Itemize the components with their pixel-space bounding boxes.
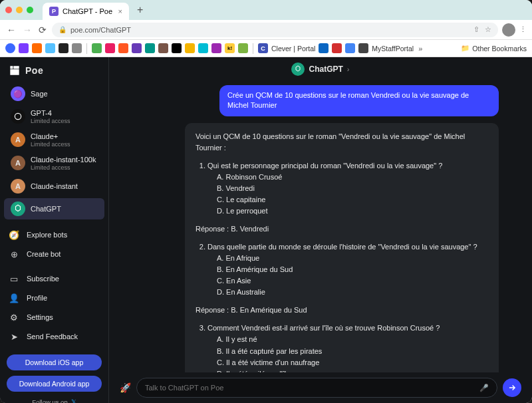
mystaff-icon[interactable]: [358, 43, 368, 53]
chat-scroll[interactable]: Crée un QCM de 10 questions sur le roman…: [109, 81, 532, 372]
ext-icon[interactable]: [19, 43, 29, 53]
sidebar: Poe 🟣 Sage GPT-4 Limited access A Claude…: [0, 57, 109, 403]
question-text: Comment Vendredi est-il arrivé sur l'île…: [207, 324, 440, 332]
follow-row: Follow us on 𝕏: [0, 394, 108, 403]
forward-button[interactable]: →: [21, 25, 33, 35]
address-bar[interactable]: 🔒 poe.com/ChatGPT ⇧ ☆: [52, 23, 498, 37]
ext-icon[interactable]: [319, 43, 329, 53]
bot-avatar: A: [11, 156, 25, 170]
download-ios-button[interactable]: Download iOS app: [7, 354, 102, 370]
ext-icon[interactable]: [105, 43, 115, 53]
ext-icon[interactable]: [92, 43, 102, 53]
ext-icon[interactable]: [185, 43, 195, 53]
sidebar-feedback[interactable]: ➤Send Feedback: [0, 327, 108, 346]
bookmark-mystaff[interactable]: MyStaffPortal: [372, 45, 414, 53]
tab-close-icon[interactable]: ×: [118, 7, 122, 15]
back-button[interactable]: ←: [5, 25, 17, 35]
chat-input[interactable]: 🎤: [136, 378, 497, 398]
ext-icon[interactable]: [172, 43, 182, 53]
bookmark-separator: [86, 43, 87, 54]
bookmarks-overflow[interactable]: »: [418, 45, 422, 53]
sidebar-create[interactable]: ⊕Create bot: [0, 245, 108, 264]
browser-menu-icon[interactable]: ⋮: [519, 25, 527, 34]
maximize-window-icon[interactable]: [27, 7, 33, 13]
bot-name: Claude+: [31, 132, 70, 141]
other-bookmarks-folder[interactable]: 📁 Other Bookmarks: [461, 44, 527, 53]
share-icon[interactable]: ⇧: [473, 25, 479, 34]
ext-icon[interactable]: [345, 43, 355, 53]
mic-icon[interactable]: 🎤: [479, 384, 489, 392]
browser-tab[interactable]: P ChatGPT - Poe ×: [43, 3, 129, 20]
sidebar-bot-gpt4[interactable]: GPT-4 Limited access: [4, 106, 104, 128]
rocket-icon[interactable]: 🚀: [120, 382, 131, 393]
url-toolbar: ← → ⟳ 🔒 poe.com/ChatGPT ⇧ ☆ ⋮: [0, 20, 532, 40]
bot-sublabel: Limited access: [31, 164, 96, 171]
compass-icon: 🧭: [8, 230, 20, 240]
bot-message: Voici un QCM de 10 questions sur le roma…: [185, 123, 499, 372]
profile-avatar[interactable]: [502, 23, 515, 37]
option: D. Le perroquet: [217, 205, 488, 217]
star-icon[interactable]: ☆: [485, 25, 491, 34]
sidebar-bot-claude-100k[interactable]: A Claude-instant-100k Limited access: [4, 152, 104, 174]
sidebar-explore[interactable]: 🧭Explore bots: [0, 225, 108, 245]
twitter-icon[interactable]: 𝕏: [71, 398, 76, 403]
ext-icon[interactable]: [45, 43, 55, 53]
ext-icon[interactable]: k!: [225, 43, 235, 53]
ext-icon[interactable]: [332, 43, 342, 53]
sidebar-link-label: Send Feedback: [27, 333, 78, 340]
ext-icon[interactable]: [32, 43, 42, 53]
bot-intro: Voici un QCM de 10 questions sur le roma…: [196, 131, 488, 154]
reload-button[interactable]: ⟳: [37, 25, 48, 35]
brand-row[interactable]: Poe: [0, 61, 108, 82]
card-icon: ▭: [8, 274, 20, 284]
svg-point-0: [15, 114, 21, 120]
ext-icon[interactable]: [72, 43, 82, 53]
bot-name: Sage: [31, 90, 48, 98]
option: B. Il a été capturé par les pirates: [217, 346, 488, 357]
question-text: Dans quelle partie du monde se déroule l…: [207, 243, 477, 251]
ext-icon[interactable]: [211, 43, 221, 53]
option: C. Il a été victime d'un naufrage: [217, 357, 488, 368]
sidebar-bot-chatgpt[interactable]: ChatGPT: [4, 198, 104, 219]
plus-icon: ⊕: [8, 249, 20, 259]
ext-icon[interactable]: [145, 43, 155, 53]
sidebar-profile[interactable]: 👤Profile: [0, 289, 108, 308]
sidebar-settings[interactable]: ⚙Settings: [0, 308, 108, 327]
minimize-window-icon[interactable]: [16, 7, 23, 13]
download-android-button[interactable]: Download Android app: [7, 376, 102, 392]
other-bookmarks-label: Other Bookmarks: [472, 45, 527, 53]
close-window-icon[interactable]: [5, 7, 12, 13]
option: C. En Asie: [217, 275, 488, 287]
bookmarks-bar: k! C Clever | Portal MyStaffPortal » 📁 O…: [0, 40, 532, 57]
bookmark-clever[interactable]: Clever | Portal: [271, 45, 315, 53]
answer: Réponse : B. En Amérique du Sud: [196, 305, 488, 316]
sidebar-subscribe[interactable]: ▭Subscribe: [0, 269, 108, 289]
ext-icon[interactable]: [198, 43, 208, 53]
new-tab-button[interactable]: +: [133, 4, 147, 16]
ext-icon[interactable]: [5, 43, 15, 53]
clever-icon[interactable]: C: [258, 43, 268, 53]
ext-icon[interactable]: [118, 43, 128, 53]
chat-header[interactable]: ChatGPT ›: [109, 57, 532, 81]
question-text: Qui est le personnage principal du roman…: [207, 162, 442, 170]
user-message: Crée un QCM de 10 questions sur le roman…: [219, 85, 499, 116]
sidebar-bot-claude-instant[interactable]: A Claude-instant: [4, 176, 104, 197]
ext-icon[interactable]: [132, 43, 142, 53]
chat-bot-avatar: [291, 63, 305, 76]
ext-icon[interactable]: [238, 43, 248, 53]
sidebar-bot-claude-plus[interactable]: A Claude+ Limited access: [4, 129, 104, 151]
send-button[interactable]: [503, 378, 521, 397]
sidebar-link-label: Settings: [27, 313, 53, 321]
bot-sublabel: Limited access: [31, 118, 70, 124]
folder-icon: 📁: [461, 44, 469, 53]
ext-icon[interactable]: [59, 43, 68, 53]
sidebar-bot-sage[interactable]: 🟣 Sage: [4, 83, 104, 104]
ext-icon[interactable]: [158, 43, 168, 53]
bot-avatar: 🟣: [11, 86, 25, 101]
chat-text-field[interactable]: [145, 384, 474, 392]
bot-name: GPT-4: [31, 109, 70, 118]
bot-sublabel: Limited access: [31, 141, 70, 148]
poe-logo-icon: [8, 64, 21, 77]
lock-icon: 🔒: [59, 26, 66, 33]
sidebar-link-label: Create bot: [27, 250, 61, 258]
